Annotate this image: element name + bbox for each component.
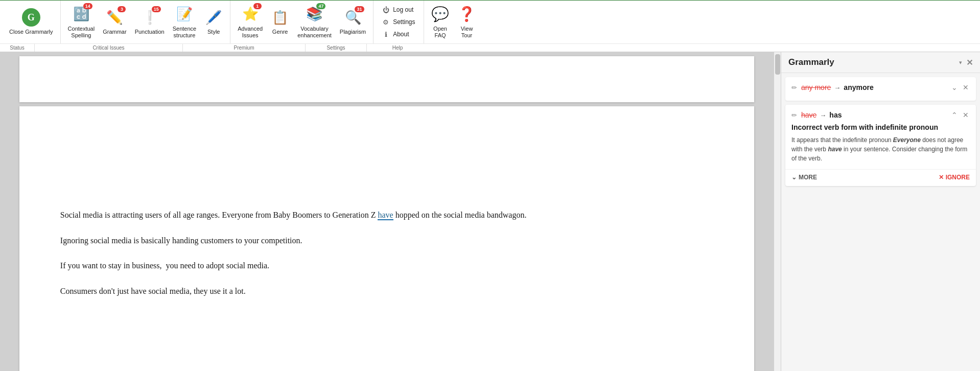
suggestion-1-icons: ⌄ ✕ [950, 82, 970, 92]
suggestion-2-left: ✏ have → has [791, 111, 842, 119]
advanced-issues-label: AdvancedIssues [238, 26, 263, 39]
genre-label: Genre [272, 29, 288, 35]
vocabulary-icon: 📚 47 [305, 5, 323, 24]
view-tour-button[interactable]: ❓ ViewTour [455, 3, 479, 41]
faq-icon: 💬 [431, 5, 450, 24]
style-button[interactable]: 🖊️ Style [201, 3, 226, 41]
ribbon-body: G Close Grammarly 🔡 14 ContextualSpellin… [0, 1, 980, 43]
open-faq-label: OpenFAQ [433, 26, 447, 39]
grammar-icon: ✏️ 3 [105, 8, 124, 27]
info-icon: ℹ [382, 30, 390, 38]
suggestion-2-correction: have → has [801, 111, 842, 119]
gear-icon: ⚙ [382, 18, 390, 26]
suggestion-1-header: ✏ any more → anymore ⌄ ✕ [791, 82, 970, 92]
panel-close-icon[interactable]: ✕ [966, 58, 973, 67]
plagiarism-button[interactable]: 🔍 31 Plagiarism [337, 3, 369, 41]
ribbon-group-status: G Close Grammarly [2, 1, 61, 43]
doc-paragraph-2: Ignoring social media is basically handi… [60, 234, 713, 247]
grammarly-g: G [22, 8, 40, 27]
vocabulary-label: Vocabularyenhancement [297, 26, 332, 39]
grammar-badge: 3 [118, 6, 126, 12]
suggestion-2-header: ✏ have → has ⌃ ✕ [785, 105, 976, 123]
document-container: Social media is attracting users of all … [0, 52, 781, 371]
about-button[interactable]: ℹ About [378, 29, 419, 40]
highlighted-word: have [378, 211, 393, 220]
style-label: Style [207, 29, 220, 35]
doc-page-main: Social media is attracting users of all … [19, 106, 754, 371]
help-group-label: Help [367, 44, 428, 52]
document-scrollbar[interactable] [774, 52, 781, 371]
plagiarism-label: Plagiarism [340, 29, 366, 35]
suggestion-card-2: ✏ have → has ⌃ ✕ Incorrect verb form wit… [785, 105, 976, 186]
suggestion-2-title: Incorrect verb form with indefinite pron… [791, 123, 970, 131]
suggestion-2-chevron-icon[interactable]: ⌃ [950, 110, 959, 120]
main-layout: Social media is attracting users of all … [0, 52, 980, 371]
ribbon-group-settings: ⏻ Log out ⚙ Settings ℹ About [374, 1, 424, 43]
suggestion-2-close-icon[interactable]: ✕ [962, 110, 970, 120]
panel-scroll-area[interactable]: ✏ any more → anymore ⌄ ✕ [781, 73, 980, 371]
suggestion-2-pencil-icon: ✏ [791, 111, 797, 119]
settings-button[interactable]: ⚙ Settings [378, 16, 419, 28]
log-out-button[interactable]: ⏻ Log out [378, 4, 419, 15]
advanced-issues-badge: 1 [253, 3, 262, 9]
punctuation-button[interactable]: ❕ 15 Punctuation [132, 3, 168, 41]
plagiarism-badge: 31 [355, 6, 364, 12]
critical-issues-group-label: Critical Issues [35, 44, 183, 52]
doc-paragraph-4: Consumers don't just have social media, … [60, 285, 713, 298]
suggestion-1-chevron-icon[interactable]: ⌄ [950, 82, 959, 92]
contextual-spelling-button[interactable]: 🔡 14 ContextualSpelling [65, 3, 98, 41]
ribbon-labels: Status Critical Issues Premium Settings … [0, 43, 980, 52]
log-out-label: Log out [393, 6, 413, 13]
ignore-button[interactable]: ✕ IGNORE [939, 174, 970, 181]
suggestion-2-arrow-icon: → [820, 111, 826, 119]
suggestion-1-correction: any more → anymore [801, 83, 874, 91]
doc-paragraph-3: If you want to stay in business, you nee… [60, 259, 713, 272]
contextual-spelling-label: ContextualSpelling [68, 26, 95, 39]
grammar-label: Grammar [103, 29, 126, 35]
punctuation-badge: 15 [152, 6, 161, 12]
ribbon: G Close Grammarly 🔡 14 ContextualSpellin… [0, 0, 980, 52]
suggestion-1-pencil-icon: ✏ [791, 84, 797, 91]
close-grammarly-label: Close Grammarly [9, 29, 53, 35]
suggestion-1-left: ✏ any more → anymore [791, 83, 874, 91]
contextual-spelling-icon: 🔡 14 [72, 5, 90, 24]
vocabulary-badge: 47 [316, 3, 325, 9]
doc-top-space [60, 137, 713, 208]
suggestion-2-icons: ⌃ ✕ [950, 110, 970, 120]
suggestion-card-1: ✏ any more → anymore ⌄ ✕ [785, 77, 976, 101]
punctuation-label: Punctuation [135, 29, 165, 35]
suggestion-2-old-word: have [801, 111, 816, 119]
settings-group-label: Settings [306, 44, 367, 52]
x-icon-small: ✕ [939, 174, 944, 181]
suggestion-1-arrow-icon: → [834, 84, 841, 91]
suggestion-2-description: It appears that the indefinite pronoun E… [791, 135, 970, 163]
sentence-structure-label: Sentencestructure [173, 26, 196, 39]
vocabulary-enhancement-button[interactable]: 📚 47 Vocabularyenhancement [294, 3, 335, 41]
panel-title: Grammarly [788, 57, 834, 67]
open-faq-button[interactable]: 💬 OpenFAQ [428, 3, 453, 41]
contextual-spelling-badge: 14 [83, 3, 92, 9]
tour-icon: ❓ [458, 5, 476, 24]
advanced-issues-icon: ⭐ 1 [241, 5, 260, 24]
panel-header: Grammarly ▾ ✕ [781, 52, 980, 73]
grammar-button[interactable]: ✏️ 3 Grammar [100, 3, 129, 41]
g-logo-icon: G [22, 8, 40, 27]
advanced-issues-button[interactable]: ⭐ 1 AdvancedIssues [235, 3, 266, 41]
settings-label: Settings [393, 18, 415, 26]
scrollbar-thumb[interactable] [775, 54, 780, 75]
style-icon: 🖊️ [204, 8, 223, 27]
sentence-structure-button[interactable]: 📝 Sentencestructure [170, 3, 199, 41]
genre-button[interactable]: 📋 Genre [268, 3, 292, 41]
panel-header-icons: ▾ ✕ [959, 58, 973, 67]
punctuation-icon: ❕ 15 [141, 8, 159, 27]
more-button[interactable]: ⌄ MORE [791, 174, 817, 181]
document-area[interactable]: Social media is attracting users of all … [0, 52, 774, 371]
ribbon-group-help: 💬 OpenFAQ ❓ ViewTour [424, 1, 483, 43]
premium-group-label: Premium [183, 44, 306, 52]
close-grammarly-button[interactable]: G Close Grammarly [6, 3, 56, 41]
suggestion-1-close-icon[interactable]: ✕ [962, 82, 970, 92]
about-label: About [393, 31, 409, 38]
doc-page-top [19, 56, 754, 102]
panel-dropdown-icon[interactable]: ▾ [959, 59, 962, 66]
ribbon-group-premium: ⭐ 1 AdvancedIssues 📋 Genre 📚 47 Vocabula… [230, 1, 374, 43]
